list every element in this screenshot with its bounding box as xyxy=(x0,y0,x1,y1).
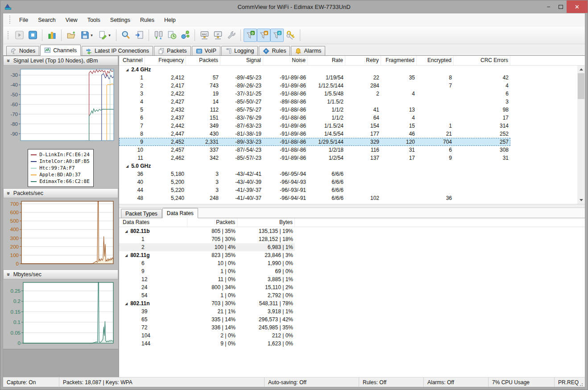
column-header-retry[interactable]: Retry xyxy=(345,56,381,65)
column-header-packets[interactable]: Packets xyxy=(187,218,237,227)
filter-management-button[interactable]: M xyxy=(257,29,270,42)
data-rate-row-39[interactable]: 3921 | 1%3,918 | 1% xyxy=(119,307,295,315)
tab-voip[interactable]: VoIP xyxy=(192,46,220,55)
wep-wpa-keys-button[interactable] xyxy=(284,29,297,42)
channel-row-48[interactable]: 485,240248-41/-40/-37-96/-94/-916/6/6102… xyxy=(119,194,510,202)
channel-row-7[interactable]: 72,442349-87/-63/-23-91/-89/-861/1.5/241… xyxy=(119,122,510,130)
filter-data-button[interactable]: D xyxy=(244,29,257,42)
channel-row-44[interactable]: 445,2203-41/-39/-37-96/-93/-916/6/6 xyxy=(119,186,510,194)
channel-row-40[interactable]: 405,2003-43/-40/-39-96/-94/-936/6/6 xyxy=(119,178,510,186)
expand-triangle-icon[interactable]: ◢ xyxy=(126,164,128,168)
save-button[interactable]: ▾ xyxy=(78,29,95,42)
channel-row-11[interactable]: 112,462342-85/-57/-23-91/-89/-861/2/5413… xyxy=(119,154,510,162)
bottom-tab-packet-types[interactable]: Packet Types xyxy=(121,209,162,218)
expand-triangle-icon[interactable]: ◢ xyxy=(125,253,128,257)
column-header-packets[interactable]: Packets xyxy=(186,56,220,65)
channel-row-2[interactable]: 22,417743-89/-26/-23-91/-89/-861/12.5/14… xyxy=(119,82,510,90)
channel-row-3[interactable]: 32,42219-37/-31/-25-91/-88/-861/5.5/4824… xyxy=(119,90,510,98)
node-reassociation-button[interactable] xyxy=(152,29,165,42)
data-rate-row-1[interactable]: 1705 | 30%128,152 | 18% xyxy=(119,235,295,243)
column-header-fragmented[interactable]: Fragmented xyxy=(381,56,417,65)
menu-settings[interactable]: Settings xyxy=(105,15,135,25)
column-header-data-rates[interactable]: Data Rates xyxy=(119,218,187,227)
start-capture-button[interactable] xyxy=(12,29,26,42)
scroll-down-arrow[interactable] xyxy=(577,196,585,204)
expand-triangle-icon[interactable]: ◢ xyxy=(126,68,128,72)
go-to-packet-button[interactable] xyxy=(133,29,146,42)
data-rate-row-65[interactable]: 65335 | 14%296,573 | 42% xyxy=(119,315,295,324)
resize-grip-icon[interactable] xyxy=(579,382,583,386)
stop-capture-button[interactable] xyxy=(26,29,39,42)
find-button[interactable] xyxy=(119,29,133,42)
dropdown-caret-icon[interactable]: ▾ xyxy=(91,33,93,37)
channel-row-1[interactable]: 12,41257-89/-45/-23-91/-89/-861/19/54223… xyxy=(119,74,510,82)
tab-nodes[interactable]: Nodes xyxy=(6,46,39,55)
column-header-crc-errors[interactable]: CRC Errors xyxy=(454,56,510,65)
minimize-button[interactable]: – xyxy=(542,0,555,13)
tab-channels[interactable]: Channels xyxy=(40,45,81,56)
channel-row-5[interactable]: 52,432112-85/-75/-27-91/-88/-861/1/24113… xyxy=(119,106,510,114)
column-header-frequency[interactable]: Frequency xyxy=(145,56,186,65)
options-button[interactable] xyxy=(224,29,238,42)
statistics-button[interactable] xyxy=(45,29,58,42)
band-group-row[interactable]: ◢5.0 GHz xyxy=(119,162,585,170)
menu-file[interactable]: File xyxy=(14,15,33,25)
column-header-rate[interactable]: Rate xyxy=(308,56,345,65)
data-rate-row-104[interactable]: 1042 | 0%212 | 0% xyxy=(119,332,295,340)
packet-generator-button[interactable] xyxy=(178,29,192,42)
legend-color-dash-icon xyxy=(31,174,37,175)
expand-triangle-icon[interactable]: ◢ xyxy=(125,302,128,306)
section-header-mbytes-per-sec[interactable]: » Mbytes/sec xyxy=(3,270,118,279)
open-log-button[interactable] xyxy=(64,29,78,42)
menu-tools[interactable]: Tools xyxy=(83,15,105,25)
channel-row-6[interactable]: 62,437151-83/-76/-29-91/-88/-861/1/26441… xyxy=(119,114,510,122)
column-header-channel[interactable]: Channel xyxy=(119,56,145,65)
tab-latest-ip-connections[interactable]: Latest IP Connections xyxy=(82,46,153,55)
mac-aliases-button[interactable]: MAC xyxy=(198,29,211,42)
tab-logging[interactable]: Logging xyxy=(221,46,258,55)
menu-rules[interactable]: Rules xyxy=(135,15,159,25)
clear-button[interactable]: ▾ xyxy=(95,29,113,42)
channel-row-8[interactable]: 82,447430-81/-38/-19-91/-89/-861/4.5/541… xyxy=(119,130,510,138)
section-header-packets-per-sec[interactable]: » Packets/sec xyxy=(3,188,118,198)
data-rate-row-12[interactable]: 1211 | 0%3,885 | 1% xyxy=(119,275,295,283)
data-rate-row-802.11n[interactable]: ◢802.11n703 | 30%548,311 | 78% xyxy=(119,299,295,307)
data-rate-row-24[interactable]: 24800 | 34%15,110 | 2% xyxy=(119,283,295,291)
tab-alarms[interactable]: Alarms xyxy=(291,46,325,55)
tab-packets[interactable]: Packets xyxy=(154,46,190,55)
data-rate-row-802.11g[interactable]: ◢802.11g823 | 35%23,846 | 3% xyxy=(119,251,295,259)
menu-view[interactable]: View xyxy=(61,15,83,25)
section-header-signal-level[interactable]: » Signal Level (Top 10 Nodes), dBm xyxy=(3,56,118,66)
column-header-noise[interactable]: Noise xyxy=(263,56,308,65)
column-header-encrypted[interactable]: Encrypted xyxy=(417,56,454,65)
filter-control-button[interactable]: C xyxy=(270,29,284,42)
horizontal-splitter[interactable] xyxy=(119,204,585,208)
scroll-up-arrow[interactable] xyxy=(577,66,585,73)
vertical-scrollbar[interactable] xyxy=(577,66,585,204)
band-group-row[interactable]: ◢2.4 GHz xyxy=(119,66,585,74)
maximize-button[interactable] xyxy=(555,0,567,13)
ip-aliases-button[interactable]: IP xyxy=(211,29,224,42)
column-header-bytes[interactable]: Bytes xyxy=(237,218,295,227)
menu-search[interactable]: Search xyxy=(33,15,61,25)
data-rate-row-2[interactable]: 2100 | 4%6,983 | 1% xyxy=(119,243,295,251)
data-rate-row-72[interactable]: 72336 | 14%245,985 | 35% xyxy=(119,324,295,332)
data-rate-row-802.11b[interactable]: ◢802.11b805 | 35%135,135 | 19% xyxy=(119,227,295,235)
channel-row-10[interactable]: 102,457337-87/-54/-23-91/-88/-861/2/1811… xyxy=(119,146,510,154)
scrollbar-thumb[interactable] xyxy=(578,73,584,99)
expand-triangle-icon[interactable]: ◢ xyxy=(125,229,128,233)
data-rate-row-9[interactable]: 91 | 0%69 | 0% xyxy=(119,267,295,275)
close-button[interactable]: ✕ xyxy=(567,0,588,13)
channel-row-4[interactable]: 42,42714-85/-50/-27-89/-88/-861/1.5/23 xyxy=(119,98,510,106)
channel-row-36[interactable]: 365,1803-43/-42/-41-96/-95/-946/6/6 xyxy=(119,170,510,178)
dropdown-caret-icon[interactable]: ▾ xyxy=(108,33,111,37)
scheduler-button[interactable] xyxy=(165,29,178,42)
channel-row-9[interactable]: 92,4522,331-89/-33/-23-91/-88/-861/29.5/… xyxy=(119,138,510,146)
column-header-signal[interactable]: Signal xyxy=(220,56,263,65)
data-rate-row-144[interactable]: 1449 | 0%1,623 | 0% xyxy=(119,340,295,348)
data-rate-row-54[interactable]: 541 | 0%2,792 | 0% xyxy=(119,291,295,299)
tab-rules[interactable]: IFRules xyxy=(259,46,290,55)
bottom-tab-data-rates[interactable]: Data Rates xyxy=(162,208,198,218)
menu-help[interactable]: Help xyxy=(159,15,181,25)
data-rate-row-6[interactable]: 610 | 0%1,990 | 0% xyxy=(119,259,295,267)
